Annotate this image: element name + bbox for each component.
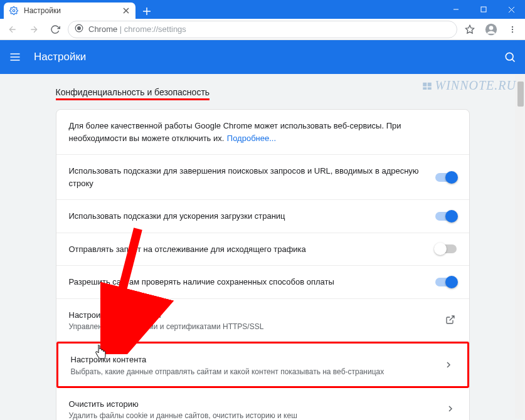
svg-point-7 <box>512 26 513 27</box>
row-clear-history[interactable]: Очистить историю Удалить файлы cookie и … <box>56 388 469 421</box>
toggle-payment-check[interactable] <box>435 278 457 286</box>
row-certificates[interactable]: Настроить сертификаты Управление настрой… <box>56 299 469 342</box>
window-titlebar: Настройки <box>0 0 525 19</box>
menu-dots-icon[interactable] <box>504 21 521 38</box>
row-content-settings[interactable]: Настройки контента Выбрать, какие данные… <box>56 342 469 388</box>
page-title: Настройки <box>34 51 491 63</box>
scrollbar-thumb[interactable] <box>517 81 524 107</box>
back-button[interactable] <box>4 21 21 38</box>
intro-row: Для более качественной работы Google Chr… <box>56 110 469 155</box>
new-tab-button[interactable] <box>139 4 154 19</box>
address-path: chrome://settings <box>124 24 186 34</box>
section-title: Конфиденциальность и безопасность <box>56 87 210 100</box>
svg-point-10 <box>506 53 513 60</box>
row-preload[interactable]: Использовать подсказки для ускорения заг… <box>56 200 469 233</box>
chevron-right-icon <box>444 402 457 415</box>
svg-rect-1 <box>481 7 486 12</box>
row-title: Настроить сертификаты <box>69 309 432 322</box>
row-subtitle: Удалить файлы cookie и данные сайтов, оч… <box>69 411 432 420</box>
address-input[interactable]: Chrome | chrome://settings <box>68 21 457 38</box>
row-do-not-track[interactable]: Отправлять запрет на отслеживание для ис… <box>56 233 469 266</box>
bookmark-icon[interactable] <box>461 21 479 38</box>
maximize-button[interactable] <box>470 0 497 19</box>
row-title: Настройки контента <box>71 354 430 366</box>
row-label: Использовать подсказки для завершения по… <box>69 165 423 189</box>
close-icon[interactable] <box>122 6 130 15</box>
svg-point-6 <box>489 26 494 30</box>
minimize-button[interactable] <box>442 0 470 19</box>
toggle-do-not-track[interactable] <box>435 244 457 253</box>
tab-title: Настройки <box>24 6 117 15</box>
search-icon[interactable] <box>502 50 517 65</box>
hamburger-icon[interactable] <box>8 50 23 65</box>
gear-icon <box>9 6 19 16</box>
settings-card: Для более качественной работы Google Chr… <box>56 109 470 420</box>
row-search-suggestions[interactable]: Использовать подсказки для завершения по… <box>56 155 469 200</box>
svg-point-3 <box>78 27 81 30</box>
chevron-right-icon <box>442 359 455 371</box>
address-bar: Chrome | chrome://settings <box>0 19 525 40</box>
watermark-text: WINNOTE.RU <box>435 78 516 93</box>
site-info-icon <box>75 24 83 34</box>
close-window-button[interactable] <box>497 0 525 19</box>
window-controls <box>442 0 525 19</box>
row-subtitle: Выбрать, какие данные отправлять сайтам … <box>71 367 430 376</box>
svg-rect-12 <box>427 82 431 86</box>
svg-point-8 <box>512 28 513 29</box>
address-sep: | <box>117 24 124 34</box>
learn-more-link[interactable]: Подробнее... <box>227 134 276 143</box>
tab-strip: Настройки <box>0 0 442 19</box>
row-payment-check[interactable]: Разрешить сайтам проверять наличие сохра… <box>56 266 469 299</box>
tab-settings[interactable]: Настройки <box>4 3 135 19</box>
settings-header: Настройки <box>0 40 525 74</box>
svg-point-0 <box>13 9 15 12</box>
svg-rect-14 <box>427 87 431 90</box>
toggle-preload[interactable] <box>435 212 457 221</box>
toggle-search-suggestions[interactable] <box>435 173 457 182</box>
profile-icon[interactable] <box>482 21 500 38</box>
svg-rect-13 <box>423 87 427 90</box>
external-link-icon <box>444 313 457 326</box>
row-label: Отправлять запрет на отслеживание для ис… <box>69 243 423 256</box>
row-subtitle: Управление настройками и сертификатами H… <box>69 322 432 331</box>
svg-marker-4 <box>465 25 474 33</box>
scrollbar-track[interactable] <box>515 75 524 419</box>
address-host: Chrome <box>88 24 117 34</box>
svg-point-9 <box>512 31 513 32</box>
content-area: Конфиденциальность и безопасность Для бо… <box>0 74 525 420</box>
row-label: Использовать подсказки для ускорения заг… <box>69 210 423 223</box>
forward-button[interactable] <box>25 21 43 38</box>
row-label: Разрешить сайтам проверять наличие сохра… <box>69 276 423 288</box>
reload-button[interactable] <box>46 21 64 38</box>
watermark: WINNOTE.RU <box>422 78 516 93</box>
svg-rect-11 <box>423 82 427 86</box>
row-title: Очистить историю <box>69 398 432 411</box>
